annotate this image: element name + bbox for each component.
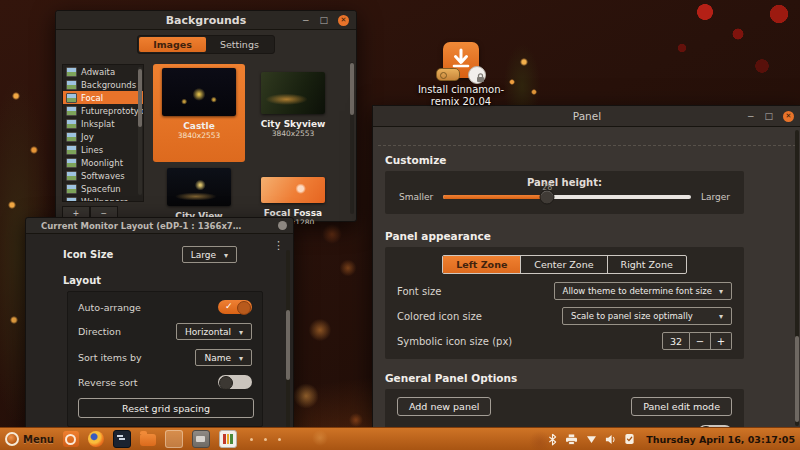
clock[interactable]: Thursday April 16, 03:17:05 <box>646 434 795 445</box>
firefox-icon[interactable] <box>88 431 104 447</box>
toggle-knob <box>237 301 251 315</box>
image-folder-icon <box>66 67 77 77</box>
layout-heading: Layout <box>63 275 293 286</box>
wallpaper-card-city-view[interactable]: City View <box>153 164 245 224</box>
symbolic-icon-size-stepper: 32 − + <box>662 332 732 350</box>
layout-titlebar[interactable]: Current Monitor Layout (eDP-1 : 1366x7… <box>26 218 293 234</box>
sort-items-dropdown[interactable]: Name <box>195 349 252 366</box>
wallpaper-card-castle[interactable]: Castle 3840x2553 <box>153 64 245 162</box>
customize-heading: Customize <box>385 154 800 166</box>
folder-item-moonlight[interactable]: Moonlight <box>63 156 143 169</box>
image-folder-icon <box>66 197 77 203</box>
chevron-down-icon <box>719 311 723 321</box>
panel-window: Panel − □ ✕ Customize Panel height: Smal… <box>372 105 800 431</box>
wallpaper-grid: Castle 3840x2553 City Skyview 3840x2553 … <box>153 64 350 224</box>
bluetooth-icon[interactable] <box>548 433 557 446</box>
image-folder-icon <box>66 106 77 116</box>
general-options-heading: General Panel Options <box>385 372 800 384</box>
icon-size-label: Icon Size <box>63 249 113 260</box>
printer-icon[interactable] <box>565 434 578 445</box>
add-new-panel-button[interactable]: Add new panel <box>397 397 491 416</box>
tab-center-zone[interactable]: Center Zone <box>520 256 606 273</box>
folder-item-spacefun[interactable]: Spacefun <box>63 182 143 195</box>
image-viewer-icon[interactable] <box>219 430 237 448</box>
folder-list-scrollbar[interactable] <box>138 67 142 195</box>
network-icon[interactable] <box>586 435 597 444</box>
folder-item-futureprototype[interactable]: Futureprototype <box>63 104 143 117</box>
tab-settings[interactable]: Settings <box>206 37 273 52</box>
tab-right-zone[interactable]: Right Zone <box>607 256 686 273</box>
folder-item-inksplat[interactable]: Inksplat <box>63 117 143 130</box>
layout-window-title: Current Monitor Layout (eDP-1 : 1366x7… <box>26 221 278 231</box>
backgrounds-titlebar[interactable]: Backgrounds − □ ✕ <box>56 11 356 30</box>
backgrounds-tabbar: Images Settings <box>56 30 356 58</box>
sort-items-label: Sort items by <box>78 352 142 363</box>
reset-grid-spacing-button[interactable]: Reset grid spacing <box>78 398 254 418</box>
tab-left-zone[interactable]: Left Zone <box>443 256 520 273</box>
window-close-button[interactable]: ✕ <box>783 111 794 122</box>
image-folder-icon <box>66 132 77 142</box>
customize-card: Panel height: Smaller 28 Larger <box>385 171 744 214</box>
backgrounds-window: Backgrounds − □ ✕ Images Settings Adwait… <box>55 10 357 222</box>
volume-icon[interactable] <box>605 434 616 445</box>
symbolic-icon-size-label: Symbolic icon size (px) <box>397 336 512 347</box>
toggle-knob <box>219 376 233 390</box>
menu-label: Menu <box>23 434 54 445</box>
panel-edit-mode-button[interactable]: Panel edit mode <box>631 397 732 416</box>
appearance-heading: Panel appearance <box>385 230 800 242</box>
folder-item-lines[interactable]: Lines <box>63 143 143 156</box>
font-size-dropdown[interactable]: Allow theme to determine font size <box>554 282 732 300</box>
window-maximize-button[interactable]: □ <box>319 16 328 25</box>
chevron-down-icon <box>224 250 228 260</box>
layout-window-scrollbar[interactable] <box>286 250 290 428</box>
slider-fill <box>443 195 547 199</box>
panel-titlebar[interactable]: Panel − □ ✕ <box>373 106 800 127</box>
direction-dropdown[interactable]: Horizontal <box>176 323 252 340</box>
icon-size-dropdown[interactable]: Large <box>182 246 237 263</box>
menu-button[interactable]: Menu <box>5 432 54 446</box>
folder-item-joy[interactable]: Joy <box>63 130 143 143</box>
panel-height-slider[interactable]: 28 <box>443 195 691 199</box>
slider-thumb[interactable] <box>540 190 555 205</box>
colored-icon-size-dropdown[interactable]: Scale to panel size optimally <box>562 307 732 325</box>
appearance-card: Left Zone Center Zone Right Zone Font si… <box>385 247 744 359</box>
window-maximize-button[interactable]: □ <box>764 112 773 121</box>
wallpaper-card-city-skyview[interactable]: City Skyview 3840x2553 <box>247 64 339 162</box>
terminal-icon[interactable] <box>113 430 131 448</box>
wallpaper-thumbnail-focal-fossa <box>261 177 325 203</box>
auto-arrange-toggle[interactable] <box>218 300 252 314</box>
window-menu-button[interactable] <box>278 221 287 230</box>
updates-shield-icon[interactable] <box>624 433 635 445</box>
file-manager-icon[interactable] <box>140 434 156 446</box>
window-close-button[interactable]: ✕ <box>338 15 349 26</box>
stepper-increment-button[interactable]: + <box>711 332 732 350</box>
backgrounds-body: Adwaita Backgrounds Focal Futureprototyp… <box>56 58 356 224</box>
tab-images[interactable]: Images <box>139 37 206 52</box>
installer-launcher-icon[interactable] <box>165 430 183 448</box>
folder-item-adwaita[interactable]: Adwaita <box>63 65 143 78</box>
kebab-menu-icon[interactable] <box>273 240 284 251</box>
folder-item-wallpapers[interactable]: Wallpapers <box>63 195 143 202</box>
zone-tabs: Left Zone Center Zone Right Zone <box>395 255 734 274</box>
monitor-layout-window: Current Monitor Layout (eDP-1 : 1366x7… … <box>25 217 294 437</box>
window-minimize-button[interactable]: − <box>747 112 755 121</box>
chevron-down-icon <box>719 286 723 296</box>
panel-window-scrollbar[interactable] <box>795 130 799 426</box>
stepper-value[interactable]: 32 <box>662 332 690 350</box>
wallpaper-thumbnail-city-view <box>167 168 231 206</box>
reverse-sort-toggle[interactable] <box>218 375 252 389</box>
wallpaper-grid-scrollbar[interactable] <box>350 62 354 214</box>
folder-item-backgrounds[interactable]: Backgrounds <box>63 78 143 91</box>
driver-manager-icon[interactable] <box>63 431 79 447</box>
download-arrow-icon <box>450 48 472 70</box>
folder-item-focal[interactable]: Focal <box>63 91 143 104</box>
window-list-indicators[interactable] <box>250 438 281 441</box>
stepper-decrement-button[interactable]: − <box>690 332 711 350</box>
desktop-icon-install-cinnamon[interactable]: Install cinnamon-remix 20.04 <box>406 42 516 108</box>
wallpaper-thumbnail-city-skyview <box>261 72 325 114</box>
font-size-label: Font size <box>397 286 441 297</box>
screenshot-tool-icon[interactable] <box>192 430 210 448</box>
wallpaper-card-focal-fossa[interactable]: Focal Fossa 3840x1280 <box>247 164 339 224</box>
folder-item-softwaves[interactable]: Softwaves <box>63 169 143 182</box>
window-minimize-button[interactable]: − <box>302 16 310 25</box>
